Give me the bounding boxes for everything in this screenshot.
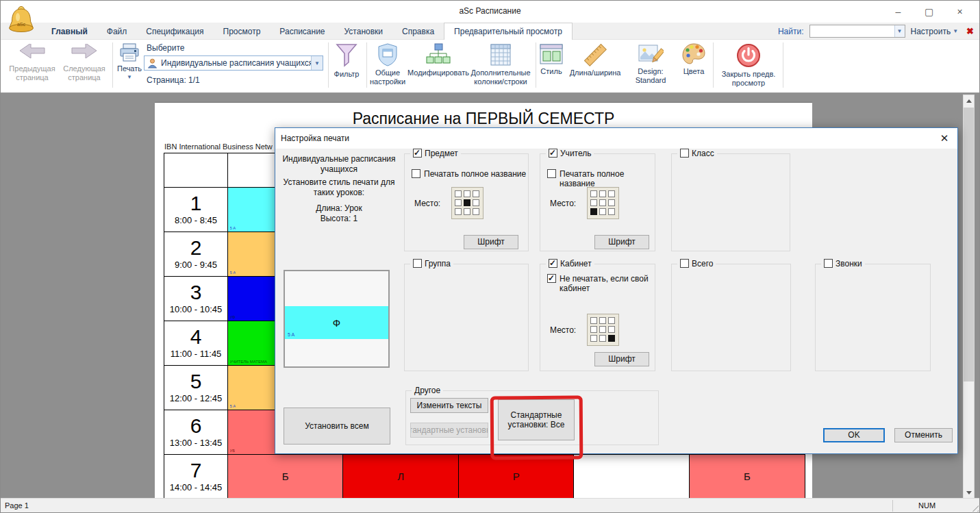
general-settings-button[interactable]: Общие настройки <box>368 42 407 86</box>
teacher-fullname-checkbox[interactable] <box>547 169 556 178</box>
length-width-button[interactable]: Длина/ширина <box>566 42 624 77</box>
style-button[interactable]: Стиль <box>538 42 565 76</box>
dialog-close-icon[interactable]: ✕ <box>937 131 952 146</box>
prev-page-button[interactable]: Предыдущая страница <box>6 44 58 82</box>
class-checkbox-row[interactable]: Класс <box>677 149 717 158</box>
room-noprint-checkbox[interactable] <box>547 274 556 283</box>
place-cell[interactable] <box>599 335 606 342</box>
schedule-type-combobox[interactable]: Индивидуальные расписания учащихся ▼ <box>144 55 323 71</box>
place-cell[interactable] <box>473 190 479 197</box>
next-page-button[interactable]: Следующая страница <box>58 44 110 82</box>
place-cell-filled[interactable] <box>590 208 597 215</box>
teacher-checkbox[interactable] <box>549 149 557 158</box>
find-dropdown-icon[interactable]: ▼ <box>894 25 905 37</box>
place-cell[interactable] <box>599 208 606 215</box>
lesson-cell: Л <box>342 454 459 500</box>
close-preview-button[interactable]: Закрыть предв. просмотр <box>717 42 780 88</box>
place-cell[interactable] <box>590 190 597 197</box>
teacher-place-grid[interactable] <box>587 187 619 219</box>
lesson-tag: 5 A <box>230 226 236 230</box>
dialog-info-style: Установите стиль печати для таких уроков… <box>281 177 397 197</box>
ribbon-close-icon[interactable]: ✖ <box>964 26 977 36</box>
place-cell[interactable] <box>608 326 615 333</box>
scrollbar-thumb[interactable] <box>964 108 974 381</box>
apply-all-button[interactable]: Установить всем <box>284 408 390 445</box>
vertical-scrollbar[interactable] <box>963 95 975 499</box>
total-checkbox-row[interactable]: Всего <box>677 259 716 268</box>
place-cell[interactable] <box>590 335 597 342</box>
teacher-font-button[interactable]: Шрифт <box>594 235 649 249</box>
menu-specifikacia[interactable]: Спецификация <box>136 23 213 40</box>
place-cell[interactable] <box>455 190 462 197</box>
room-checkbox-row[interactable]: Кабинет <box>546 259 594 268</box>
find-input[interactable]: ▼ <box>809 25 905 38</box>
place-cell[interactable] <box>455 208 462 215</box>
bells-checkbox[interactable] <box>824 259 833 268</box>
resize-grip[interactable] <box>969 502 979 512</box>
place-cell[interactable] <box>608 317 615 324</box>
filter-button[interactable]: Фильтр <box>330 42 363 79</box>
place-cell[interactable] <box>590 199 597 206</box>
place-cell[interactable] <box>590 326 597 333</box>
bells-checkbox-row[interactable]: Звонки <box>821 259 865 268</box>
dialog-titlebar[interactable]: Настройка печати ✕ <box>275 128 957 149</box>
place-cell[interactable] <box>464 208 470 215</box>
place-cell[interactable] <box>464 190 470 197</box>
ok-button[interactable]: OK <box>823 428 885 442</box>
menu-prosmotr[interactable]: Просмотр <box>214 23 271 40</box>
place-cell-filled[interactable] <box>464 199 470 206</box>
class-checkbox[interactable] <box>680 149 689 158</box>
room-font-button[interactable]: Шрифт <box>594 352 649 366</box>
print-button[interactable]: Печать ▼ <box>114 42 145 80</box>
teacher-fullname-row[interactable]: Печатать полное название <box>547 169 655 188</box>
edit-texts-button[interactable]: Изменить тексты <box>410 398 488 413</box>
period-hours: 12:00 - 12:45 <box>170 393 223 403</box>
menu-ustanovki[interactable]: Установки <box>335 23 392 40</box>
teacher-checkbox-row[interactable]: Учитель <box>546 149 594 158</box>
subject-place-grid[interactable] <box>451 187 483 219</box>
group-checkbox[interactable] <box>413 259 422 268</box>
subject-fullname-row[interactable]: Печатать полное название <box>412 169 526 179</box>
place-cell[interactable] <box>608 208 615 215</box>
cancel-button[interactable]: Отменить <box>894 428 953 442</box>
subject-fullname-checkbox[interactable] <box>412 169 420 178</box>
total-checkbox[interactable] <box>680 259 689 268</box>
customize-button[interactable]: Настроить ▼ <box>911 27 959 36</box>
room-noprint-label: Не печатать, если свой кабинет <box>560 274 650 293</box>
colors-button[interactable]: Цвета <box>679 42 709 76</box>
room-place-row: Место: <box>550 314 619 346</box>
room-place-grid[interactable] <box>587 314 619 346</box>
place-cell[interactable] <box>608 190 615 197</box>
menu-glavny[interactable]: Главный <box>42 23 97 40</box>
room-checkbox[interactable] <box>549 259 557 268</box>
place-cell[interactable] <box>599 190 606 197</box>
place-cell[interactable] <box>473 208 479 215</box>
scroll-up-icon[interactable] <box>964 95 974 106</box>
maximize-button[interactable]: ▢ <box>914 1 944 23</box>
subject-checkbox-row[interactable]: Предмет <box>410 149 461 158</box>
minimize-button[interactable]: – <box>883 1 914 23</box>
place-cell[interactable] <box>599 317 606 324</box>
standard-settings-all-button[interactable]: Стандартные установки: Все <box>498 399 575 440</box>
close-button[interactable]: × <box>944 1 975 23</box>
extra-columns-button[interactable]: Дополнительные колонки/строки <box>469 42 532 86</box>
place-cell[interactable] <box>599 326 606 333</box>
menu-raspisanie[interactable]: Расписание <box>270 23 334 40</box>
place-cell[interactable] <box>455 199 462 206</box>
design-button[interactable]: Design: Standard <box>625 42 676 85</box>
place-cell[interactable] <box>599 199 606 206</box>
subject-checkbox[interactable] <box>413 149 422 158</box>
combobox-dropdown-icon[interactable]: ▼ <box>311 56 323 70</box>
group-checkbox-row[interactable]: Группа <box>410 259 453 268</box>
scroll-down-icon[interactable] <box>964 487 974 498</box>
menu-fail[interactable]: Файл <box>97 23 137 40</box>
tab-preview-active[interactable]: Предварительный просмотр <box>444 23 573 40</box>
place-cell[interactable] <box>590 317 597 324</box>
subject-font-button[interactable]: Шрифт <box>464 235 518 249</box>
modify-button[interactable]: Модифицировать <box>407 42 469 77</box>
place-cell[interactable] <box>473 199 479 206</box>
place-cell-filled[interactable] <box>608 335 615 342</box>
place-cell[interactable] <box>608 199 615 206</box>
menu-spravka[interactable]: Справка <box>392 23 444 40</box>
room-noprint-row[interactable]: Не печатать, если свой кабинет <box>547 274 650 293</box>
